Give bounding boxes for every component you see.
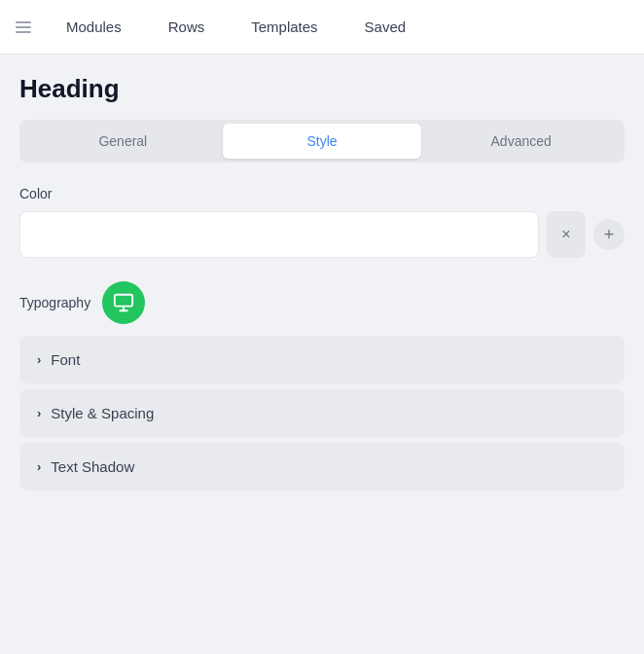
page-title: Heading [19, 74, 625, 104]
chevron-right-icon: › [37, 406, 41, 420]
accordion-item-style-spacing[interactable]: › Style & Spacing [19, 389, 625, 437]
chevron-right-icon: › [37, 459, 41, 474]
top-nav: Modules Rows Templates Saved [0, 0, 644, 54]
tab-style[interactable]: Style [223, 124, 422, 159]
accordion-label-style-spacing: Style & Spacing [51, 405, 154, 421]
tab-advanced[interactable]: Advanced [421, 124, 621, 159]
typography-header: Typography [19, 281, 625, 324]
color-add-button[interactable]: + [593, 219, 625, 250]
typography-label: Typography [19, 295, 90, 310]
device-icon-button[interactable] [102, 281, 145, 324]
svg-rect-0 [115, 295, 132, 307]
drag-handle[interactable] [8, 14, 39, 41]
color-row: × + [19, 211, 625, 258]
color-section: Color × + [19, 186, 625, 258]
color-label: Color [19, 186, 625, 201]
accordion-item-text-shadow[interactable]: › Text Shadow [19, 443, 625, 490]
tab-general[interactable]: General [23, 124, 223, 159]
tab-bar: General Style Advanced [19, 120, 625, 163]
nav-tab-saved[interactable]: Saved [341, 1, 430, 53]
nav-tabs: Modules Rows Templates Saved [43, 1, 636, 53]
accordion-list: › Font › Style & Spacing › Text Shadow [19, 336, 625, 490]
accordion-label-font: Font [51, 351, 80, 368]
page-content: Heading General Style Advanced Color × +… [0, 54, 644, 654]
chevron-right-icon: › [37, 352, 41, 367]
color-input-box[interactable] [19, 211, 539, 258]
monitor-icon [113, 292, 134, 313]
color-clear-button[interactable]: × [547, 211, 586, 258]
accordion-item-font[interactable]: › Font [19, 336, 625, 383]
nav-tab-templates[interactable]: Templates [228, 1, 340, 53]
nav-tab-rows[interactable]: Rows [145, 1, 229, 53]
typography-section: Typography › Font › Style & Spacing › [19, 281, 625, 490]
nav-tab-modules[interactable]: Modules [43, 1, 145, 53]
accordion-label-text-shadow: Text Shadow [51, 458, 134, 475]
